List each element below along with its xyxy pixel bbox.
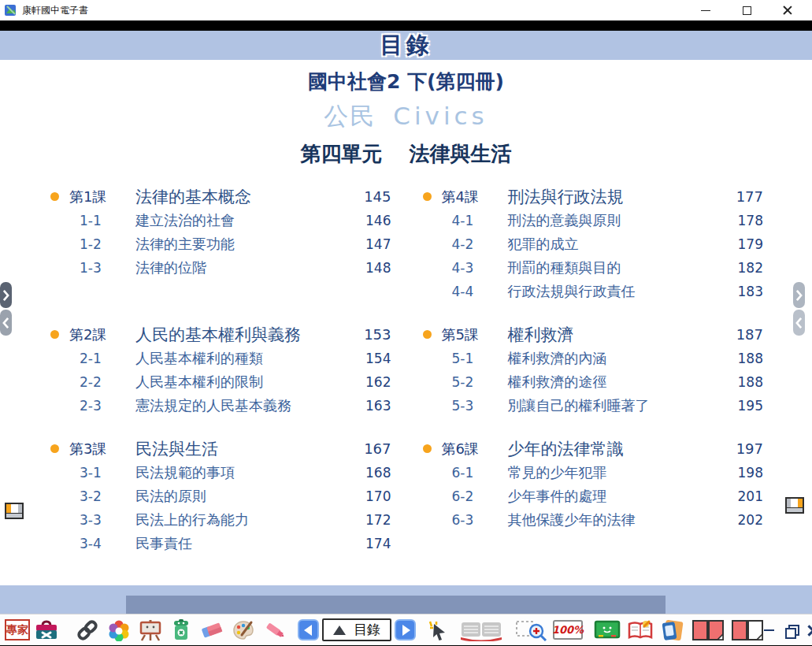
subitem-page-number: 154 — [349, 351, 391, 366]
subitem-page-number: 182 — [721, 260, 763, 276]
window-maximize-button[interactable] — [738, 3, 755, 17]
subitem-page-number: 183 — [721, 284, 763, 299]
right-panel-collapse-button[interactable] — [793, 310, 805, 336]
subitem-number: 3-2 — [69, 488, 135, 504]
subitem-title: 民法上的行為能力 — [135, 510, 349, 529]
toc-lesson: 第6課 少年的法律常識 197 6-1 常見的少年犯罪 198 6-2 少年事件… — [421, 436, 764, 555]
subitem-title: 權利救濟的內涵 — [508, 349, 721, 368]
toc-subitem[interactable]: 1-1 建立法治的社會 146 — [49, 209, 391, 232]
two-page-half-icon[interactable] — [731, 618, 764, 642]
blackboard-icon[interactable] — [594, 619, 621, 641]
easel-icon[interactable] — [139, 619, 162, 641]
subitem-page-number: 195 — [721, 398, 763, 414]
next-page-button[interactable] — [395, 619, 416, 640]
subitem-number: 5-1 — [442, 351, 508, 366]
subitem-number: 2-3 — [69, 398, 135, 414]
toc-subitem[interactable]: 6-1 常見的少年犯罪 198 — [421, 461, 764, 484]
marker-icon[interactable] — [263, 619, 287, 641]
toc-subitem[interactable]: 2-1 人民基本權利的種類 154 — [49, 347, 391, 370]
subitem-title: 少年事件的處理 — [508, 487, 721, 506]
two-page-red-icon[interactable] — [691, 618, 725, 642]
subitem-number: 4-3 — [442, 260, 508, 276]
toc-subitem[interactable]: 1-3 法律的位階 148 — [49, 256, 391, 280]
lesson-page-number: 177 — [721, 188, 763, 205]
toc-subitem[interactable]: 3-3 民法上的行為能力 172 — [49, 508, 391, 532]
subitem-number: 6-1 — [442, 465, 508, 481]
devices-icon[interactable] — [660, 618, 685, 642]
app-close-button[interactable] — [807, 625, 812, 636]
notebook-pencil-icon[interactable] — [627, 619, 654, 641]
toc-subitem[interactable]: 5-2 權利救濟的途徑 188 — [421, 370, 764, 394]
subitem-title: 刑法的意義與原則 — [508, 211, 721, 230]
toc-subitem[interactable]: 5-1 權利救濟的內涵 188 — [421, 347, 764, 370]
lesson-bullet-icon — [423, 330, 432, 339]
toc-subitem[interactable]: 4-2 犯罪的成立 179 — [421, 232, 764, 256]
toc-lesson: 第4課 刑法與行政法規 177 4-1 刑法的意義與原則 178 4-2 犯罪的… — [421, 184, 764, 303]
subitem-page-number: 163 — [349, 398, 391, 414]
toc-subitem[interactable]: 4-3 刑罰的種類與目的 182 — [421, 256, 764, 280]
lesson-page-number: 187 — [721, 326, 763, 343]
toc-lesson-head[interactable]: 第4課 刑法與行政法規 177 — [421, 184, 764, 209]
next-page-preview-bar[interactable] — [126, 596, 666, 614]
subitem-page-number: 146 — [349, 213, 391, 228]
subitem-page-number: 162 — [349, 374, 391, 390]
zoom-level-indicator[interactable]: 100% — [553, 620, 583, 640]
toc-subitem[interactable]: 6-2 少年事件的處理 201 — [421, 484, 764, 508]
page-flip-right-button[interactable] — [785, 497, 804, 514]
toc-subitem[interactable]: 2-2 人民基本權利的限制 162 — [49, 370, 391, 394]
toc-subitem[interactable]: 3-4 民事責任 174 — [49, 532, 391, 555]
toc-lesson-head[interactable]: 第2課 人民的基本權利與義務 153 — [49, 322, 391, 347]
subitem-title: 民法的原則 — [135, 487, 349, 506]
toc-subitem[interactable]: 4-4 行政法規與行政責任 183 — [421, 280, 764, 303]
toc-subitem[interactable]: 1-2 法律的主要功能 147 — [49, 232, 391, 256]
toolbox-icon[interactable] — [35, 619, 58, 641]
bottom-strip — [0, 585, 812, 614]
toc-subitem[interactable]: 3-1 民法規範的事項 168 — [49, 461, 391, 484]
open-book-icon[interactable] — [458, 619, 504, 641]
toc-subitem[interactable]: 4-1 刑法的意義與原則 178 — [421, 209, 764, 232]
lesson-bullet-icon — [50, 330, 59, 339]
unit-heading: 第四單元法律與生活 — [0, 140, 812, 168]
left-panel-expand-button[interactable] — [0, 282, 12, 308]
page-select-box[interactable]: 目錄 — [322, 618, 391, 641]
toc-lesson-head[interactable]: 第6課 少年的法律常識 197 — [421, 436, 764, 461]
pointer-icon[interactable] — [427, 619, 450, 641]
toc-lesson-head[interactable]: 第3課 民法與生活 167 — [49, 436, 391, 461]
lesson-title: 少年的法律常識 — [508, 438, 721, 460]
prev-page-button[interactable] — [298, 619, 319, 640]
eraser-icon[interactable] — [200, 619, 224, 641]
subitem-title: 權利救濟的途徑 — [508, 373, 721, 392]
window-close-button[interactable] — [779, 3, 796, 17]
subitem-number: 3-3 — [69, 512, 135, 528]
toc-lesson-head[interactable]: 第5課 權利救濟 187 — [421, 322, 764, 347]
subitem-title: 民事責任 — [135, 534, 349, 553]
subject-en: Civics — [393, 102, 488, 130]
lesson-title: 人民的基本權利與義務 — [135, 324, 349, 346]
app-minimize-button[interactable] — [764, 629, 774, 631]
flower-icon[interactable] — [107, 619, 131, 641]
subitem-title: 民法規範的事項 — [135, 463, 349, 482]
expert-mode-button-left[interactable]: 專家 — [5, 619, 30, 640]
toc-subitem[interactable]: 6-3 其他保護少年的法律 202 — [421, 508, 764, 532]
window-minimize-button[interactable] — [697, 3, 714, 17]
palette-icon[interactable] — [232, 619, 255, 641]
subitem-page-number: 179 — [721, 236, 763, 252]
app-restore-button[interactable] — [785, 625, 796, 636]
toc-subitem[interactable]: 5-3 別讓自己的權利睡著了 195 — [421, 394, 764, 418]
subitem-page-number: 202 — [721, 512, 763, 528]
recycle-robot-icon[interactable] — [170, 619, 192, 641]
right-panel-expand-button[interactable] — [793, 282, 805, 308]
lesson-page-number: 145 — [349, 188, 391, 205]
subitem-title: 人民基本權利的限制 — [135, 373, 349, 392]
toc-subitem[interactable]: 2-3 憲法規定的人民基本義務 163 — [49, 394, 391, 418]
page-flip-left-button[interactable] — [5, 503, 24, 519]
subitem-number: 4-2 — [442, 236, 508, 252]
zoom-area-icon[interactable] — [515, 618, 548, 642]
link-icon[interactable] — [76, 619, 99, 641]
toc-lesson-head[interactable]: 第1課 法律的基本概念 145 — [49, 184, 391, 209]
subitem-number: 2-1 — [69, 351, 135, 366]
left-panel-collapse-button[interactable] — [0, 310, 12, 336]
lesson-number: 第6課 — [442, 440, 508, 459]
toc-subitem[interactable]: 3-2 民法的原則 170 — [49, 484, 391, 508]
subitem-title: 法律的主要功能 — [135, 235, 349, 254]
